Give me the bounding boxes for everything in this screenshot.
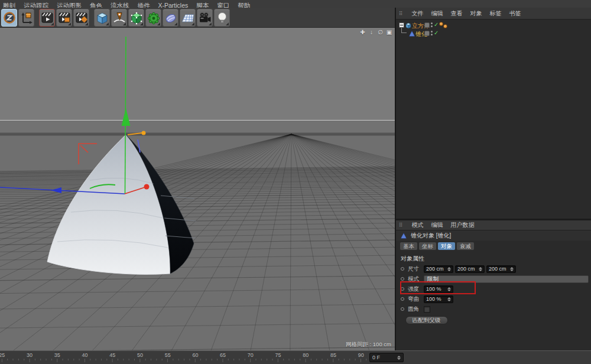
panel-handle-icon[interactable]: ⠿ [399,222,403,228]
tab-basic[interactable]: 基本 [400,242,417,250]
submenu-corner [106,22,109,25]
submenu-corner [191,22,194,25]
anim-toggle-icon[interactable] [401,287,404,291]
primitive-cube-button[interactable] [94,9,110,27]
z-plugin-button[interactable] [1,9,17,27]
menu-pipeline[interactable]: 流水线 [111,0,129,8]
pan-icon[interactable]: ✚ [359,29,366,36]
collapse-toggle-icon[interactable] [399,22,404,28]
anim-toggle-icon[interactable] [401,267,404,271]
axis-mode-icon [20,10,34,25]
taper-handle-dot[interactable] [142,131,146,135]
render-settings-button[interactable] [73,9,89,27]
menu-mograph[interactable]: 运动图形 [57,0,82,8]
menu-window[interactable]: 窗口 [217,0,229,8]
stepper-icon[interactable] [447,287,451,291]
object-row-taper[interactable]: 锥化 ✓ [396,30,591,38]
deformers-button[interactable] [145,9,161,27]
mode-dropdown[interactable]: 限制 [424,275,589,283]
stepper-icon[interactable] [397,356,401,360]
timeline-ruler[interactable]: 25 30 35 40 45 50 55 60 65 70 75 80 85 9… [0,351,368,364]
am-menu-mode[interactable]: 模式 [412,221,424,229]
stepper-icon[interactable] [447,267,451,271]
taper-object-icon [408,30,415,37]
mode-value: 限制 [427,275,439,283]
viewport-nav: ✚ ↓ ∅ ▣ [359,29,392,36]
strength-label: 强度 [408,285,424,293]
spline-pen-button[interactable] [111,9,127,27]
strength-input[interactable]: 100 % [424,285,453,293]
tab-object[interactable]: 对象 [438,242,455,250]
size-x-input[interactable]: 200 cm [424,265,453,273]
grid-horizon-band [0,133,395,136]
timeline-labels: 25 30 35 40 45 50 55 60 65 70 75 80 85 9… [0,352,368,358]
frame-label: 70 [236,352,264,358]
size-y-input[interactable]: 200 cm [455,265,485,273]
menu-xparticles[interactable]: X-Particles [158,0,189,8]
generators-button[interactable] [128,9,144,27]
object-tree: 立方体 ✓ 锥化 ✓ [396,20,591,219]
viewport-3d[interactable]: ✚ ↓ ∅ ▣ 网格间距 : 100 cm [0,28,395,350]
enabled-check-icon[interactable]: ✓ [434,21,439,28]
am-menu-userdata[interactable]: 用户数据 [451,221,475,229]
object-manager-menubar: ⠿ 文件 编辑 查看 对象 标签 书签 [396,8,591,20]
mode-row: 模式 限制 [396,275,591,283]
om-menu-edit[interactable]: 编辑 [431,9,443,18]
fillet-checkbox[interactable] [424,306,430,313]
rotate-icon[interactable]: ∅ [377,29,384,36]
om-menu-object[interactable]: 对象 [470,9,482,18]
menu-motion-tracker[interactable]: 运动跟踪 [24,0,48,8]
tag-icon[interactable] [443,24,447,28]
menu-sculpt[interactable]: 雕刻 [3,0,15,8]
submenu-corner [85,22,88,25]
main-menubar: 雕刻 运动跟踪 运动图形 角色 流水线 插件 X-Particles 脚本 窗口… [0,0,591,8]
environment-button[interactable] [180,9,196,27]
maximize-view-icon[interactable]: ▣ [386,29,392,36]
mode-label: 模式 [408,275,424,283]
size-z-input[interactable]: 200 cm [486,265,516,273]
enabled-check-icon[interactable]: ✓ [434,30,439,36]
frame-label: 45 [99,352,126,358]
stepper-icon[interactable] [447,297,451,301]
submenu-corner [209,22,212,25]
current-frame-field[interactable]: 0 F [369,353,404,362]
viewport-canvas [0,28,395,350]
curvature-value: 100 % [426,296,441,302]
menu-script[interactable]: 脚本 [196,0,209,8]
anim-toggle-icon[interactable] [401,297,404,301]
layer-swatch[interactable] [424,22,430,28]
light-button[interactable] [214,9,230,27]
phong-tag-icon[interactable] [439,22,443,26]
visibility-dots-icon[interactable] [431,22,433,27]
layer-swatch[interactable] [424,31,430,36]
anim-toggle-icon[interactable] [401,277,404,281]
stepper-icon[interactable] [479,267,482,271]
menu-character[interactable]: 角色 [90,0,102,8]
render-picture-viewer-button[interactable] [56,9,72,27]
object-row-cube[interactable]: 立方体 ✓ [396,21,591,30]
om-menu-tag[interactable]: 标签 [490,9,502,18]
om-menu-bookmark[interactable]: 书签 [509,9,521,18]
x-axis-handle[interactable] [144,184,150,190]
stepper-icon[interactable] [510,267,514,271]
om-menu-view[interactable]: 查看 [451,9,463,18]
fit-to-parent-button[interactable]: 匹配到父级 [405,316,448,324]
axis-mode-button[interactable] [18,9,34,27]
curvature-row: 弯曲 100 % [396,295,591,303]
om-menu-file[interactable]: 文件 [412,9,424,18]
anim-toggle-icon[interactable] [401,307,404,311]
panel-handle-icon[interactable]: ⠿ [399,11,403,17]
tab-falloff[interactable]: 衰减 [457,242,474,250]
visibility-dots-icon[interactable] [431,31,433,35]
curvature-input[interactable]: 100 % [424,295,453,303]
strength-value: 100 % [426,286,441,292]
submenu-corner [140,22,143,25]
tab-coordinates[interactable]: 坐标 [419,242,436,250]
menu-plugins[interactable]: 插件 [138,0,150,8]
am-menu-edit[interactable]: 编辑 [431,221,443,229]
fields-button[interactable] [163,9,178,27]
menu-help[interactable]: 帮助 [238,0,250,8]
camera-button[interactable] [197,9,213,27]
render-view-button[interactable] [39,9,55,27]
dolly-icon[interactable]: ↓ [368,29,375,36]
